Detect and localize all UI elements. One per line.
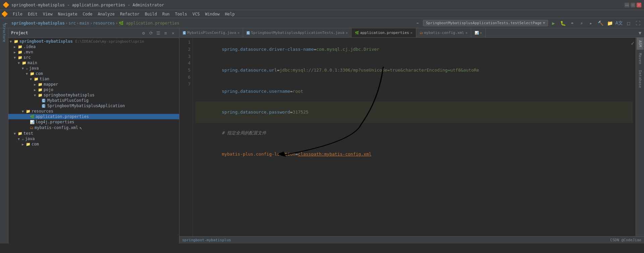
tab-mybatisplusconfig[interactable]: C MybatisPlusConfig.java ✕ <box>179 28 243 38</box>
breadcrumb-resources[interactable]: resources <box>93 21 115 26</box>
project-sync-btn[interactable]: ⟳ <box>148 30 154 36</box>
tree-root[interactable]: ▼ 📁 springboot-mybatisplus E:\IDEACode\m… <box>8 39 179 44</box>
menu-analyze[interactable]: Analyze <box>95 11 117 17</box>
sdk-button[interactable]: 📁 <box>606 19 614 27</box>
code-key-2: spring.datasource.url <box>222 68 277 73</box>
tree-test-java[interactable]: ▼ ☕ java <box>8 136 179 141</box>
maximize-button[interactable]: □ <box>631 3 635 7</box>
structure-toggle[interactable]: Structure <box>1 30 7 36</box>
project-gear-btn[interactable]: ⚙ <box>140 30 147 36</box>
breadcrumb-project[interactable]: springboot-mybatisplus <box>11 21 65 26</box>
menu-help[interactable]: Help <box>222 11 237 17</box>
tree-mybatis-config[interactable]: ▶ 🗂 mybatis-config.xml ↖ <box>8 125 179 131</box>
more-run-btn[interactable]: ▸ <box>587 19 595 27</box>
tab-close-1[interactable]: ✕ <box>237 31 239 35</box>
tian-folder-icon: 📁 <box>34 77 39 81</box>
breadcrumb-sep2: › <box>76 21 79 26</box>
tree-test-com[interactable]: ▶ 📁 com <box>8 141 179 147</box>
minimize-button[interactable]: — <box>625 3 629 7</box>
profile-button[interactable]: ⚡ <box>578 19 586 27</box>
project-collapse-btn[interactable]: ☰ <box>155 30 162 36</box>
breadcrumb-file[interactable]: 🌿 application.properties <box>119 21 179 26</box>
tree-smbp[interactable]: ▼ 📁 springbootmybatisplus <box>8 92 179 98</box>
tab-close-4[interactable]: ✕ <box>466 31 468 35</box>
code-val-4: 317525 <box>293 110 309 115</box>
fullscreen-btn[interactable]: ⛶ <box>634 19 642 27</box>
code-comment-5: # 指定全局的配置文件 <box>222 130 266 135</box>
tab-more-btn[interactable]: ▼ <box>636 29 644 37</box>
run-config-selector[interactable]: SpringbootMybatisplusApplicationTests.te… <box>423 20 548 26</box>
menu-window[interactable]: Window <box>202 11 222 17</box>
tree-src-label: src <box>23 55 31 60</box>
tree-test[interactable]: ▼ 📁 test <box>8 131 179 136</box>
line-num-5: 5 <box>179 67 191 74</box>
tree-sba[interactable]: ▶ C SpringbootMybatisplusApplication <box>8 103 179 109</box>
tree-mapper[interactable]: ▶ 📁 mapper <box>8 82 179 87</box>
tree-mybatisplusconfig[interactable]: ▶ C MybatisPlusConfig <box>8 98 179 103</box>
maven-panel-label[interactable]: Maven <box>637 50 644 67</box>
idea-folder-icon: 📁 <box>18 45 22 49</box>
left-strip: Structure <box>0 28 8 244</box>
tree-mybatis-label: mybatis-config.xml <box>35 125 78 130</box>
project-close-btn[interactable]: ✕ <box>170 30 176 36</box>
tree-com[interactable]: ▼ 📁 com <box>8 71 179 76</box>
tree-app-properties[interactable]: ▶ 🌿 application.properties <box>8 114 179 119</box>
tree-test-label: test <box>23 131 33 136</box>
tab-chart[interactable]: 📊 ✕ <box>471 28 486 38</box>
mybatis-xml-icon: 🗂 <box>30 126 34 130</box>
tree-mvn[interactable]: ▶ 📁 .mvn <box>8 49 179 55</box>
asm-panel-label[interactable]: ASM <box>637 38 644 50</box>
menu-vcs[interactable]: VCS <box>190 11 203 17</box>
tree-idea-label: .idea <box>23 44 36 49</box>
project-settings-btn[interactable]: ≡ <box>162 30 169 36</box>
tab-mybatisconfig[interactable]: 🗂 mybatis-config.xml ✕ <box>416 28 471 38</box>
tab-application-label: application.properties <box>360 31 409 35</box>
tab-springboottests[interactable]: C SpringbootMybatisplusApplicationTests.… <box>243 28 352 38</box>
layout-btn[interactable]: □ <box>625 19 633 27</box>
run-button[interactable]: ▶ <box>549 19 557 27</box>
title-bar: 🔶 springboot-mybatisplus - application.p… <box>0 0 644 10</box>
tab-application[interactable]: 🌿 application.properties ✕ <box>352 28 416 38</box>
tree-src[interactable]: ▼ 📁 src <box>8 55 179 60</box>
nav-left-btn[interactable]: ⬅ <box>414 19 422 27</box>
breadcrumb-src[interactable]: src <box>68 21 76 26</box>
test-java-folder-icon: ☕ <box>22 137 24 141</box>
tree-log4j[interactable]: ▶ 📊 log4j.properties <box>8 119 179 125</box>
build-button[interactable]: 🔨 <box>596 19 604 27</box>
menu-file[interactable]: File <box>10 11 25 17</box>
breadcrumb-main[interactable]: main <box>79 21 89 26</box>
run-config-dropdown-icon[interactable]: ▼ <box>543 21 545 25</box>
menu-run[interactable]: Run <box>160 11 172 17</box>
coverage-button[interactable]: ☂ <box>568 19 576 27</box>
tree-main[interactable]: ▼ 📁 main <box>8 60 179 66</box>
translate-button[interactable]: A文 <box>615 19 623 27</box>
menu-build[interactable]: Build <box>142 11 160 17</box>
tree-resources-arrow: ▼ <box>22 110 26 113</box>
code-area[interactable]: spring.datasource.driver-class-name=com.… <box>193 38 636 236</box>
close-button[interactable]: ✕ <box>637 3 641 7</box>
tab-close-3[interactable]: ✕ <box>410 31 412 35</box>
code-eq-1: = <box>314 47 316 52</box>
tree-idea[interactable]: ▶ 📁 .idea <box>8 44 179 49</box>
menu-tools[interactable]: Tools <box>172 11 190 17</box>
tab-java-icon-2: C <box>247 31 250 35</box>
tab-close-2[interactable]: ✕ <box>346 31 348 35</box>
menu-navigate[interactable]: Navigate <box>55 11 80 17</box>
database-panel-label[interactable]: Database <box>637 68 644 91</box>
tree-java[interactable]: ▼ ☕ java <box>8 66 179 71</box>
menu-edit[interactable]: Edit <box>25 11 40 17</box>
menu-view[interactable]: View <box>40 11 55 17</box>
status-csdn: CSDN @CodeJiao <box>610 238 641 242</box>
tree-tian[interactable]: ▼ 📁 tian <box>8 76 179 82</box>
tree-main-label: main <box>28 60 37 65</box>
menu-code[interactable]: Code <box>80 11 95 17</box>
tab-close-5[interactable]: ✕ <box>480 31 482 35</box>
code-val-3: root <box>293 89 303 94</box>
tree-pojo[interactable]: ▶ 📁 pojo <box>8 87 179 92</box>
structure-label: Structure <box>2 24 6 42</box>
code-val-1: com.mysql.cj.jdbc.Driver <box>316 47 379 52</box>
menu-refactor[interactable]: Refactor <box>117 11 142 17</box>
resources-folder-icon: 📁 <box>26 109 31 114</box>
debug-button[interactable]: 🐛 <box>559 19 567 27</box>
tree-resources[interactable]: ▼ 📁 resources <box>8 109 179 114</box>
